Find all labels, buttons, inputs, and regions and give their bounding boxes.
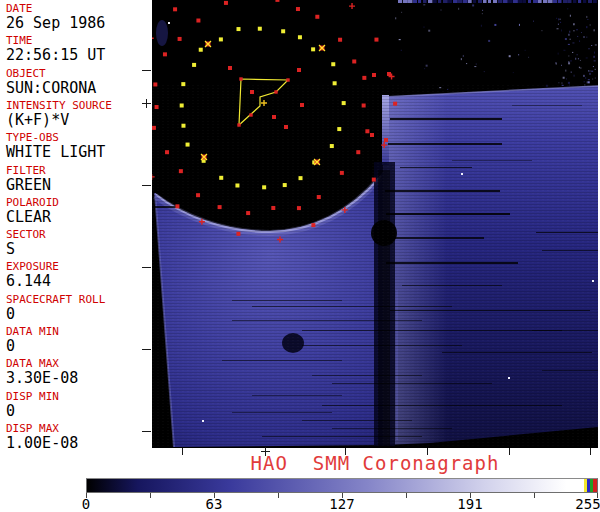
speckle [576, 29, 578, 30]
top-edge-noise [533, 0, 538, 3]
field-label: SPACECRAFT ROLL [6, 294, 150, 306]
inner-yellow-ring-dot [331, 62, 335, 66]
speckle [588, 81, 590, 83]
speckle [423, 4, 425, 5]
speckle [474, 66, 476, 67]
speckle [494, 24, 496, 26]
field-value: (K+F)*V [6, 112, 150, 129]
field-value: SUN:CORONA [6, 80, 150, 97]
middle-red-ring-dot [340, 171, 344, 175]
streak-line [232, 320, 422, 321]
field-value: GREEN [6, 177, 150, 194]
field-label: OBJECT [6, 68, 150, 80]
inner-yellow-ring-dot [330, 144, 334, 148]
top-edge-noise [478, 0, 482, 3]
outer-red-ring-dot [173, 7, 177, 11]
middle-red-ring-dot [246, 211, 250, 215]
field-label: FILTER [6, 165, 150, 177]
speckle [568, 34, 569, 36]
field-value: 1.00E-08 [6, 435, 150, 452]
streak-line [386, 213, 510, 215]
speckle [570, 39, 571, 40]
coronagraph-image [152, 0, 598, 448]
bright-point [168, 22, 170, 24]
field-disp-max: DISP MAX1.00E-08 [6, 423, 150, 452]
top-edge-noise [578, 0, 581, 3]
middle-red-ring-dot [196, 19, 200, 23]
bright-point [202, 420, 204, 422]
field-time: TIME22:56:15 UT [6, 35, 150, 64]
speckle [509, 55, 511, 57]
speckle [573, 23, 574, 25]
inner-yellow-ring-dot [262, 185, 266, 189]
middle-red-ring-dot [352, 59, 356, 63]
top-edge-noise [458, 0, 463, 3]
speckle [568, 82, 570, 84]
speckle [577, 54, 578, 55]
speckle [567, 8, 568, 9]
inner-yellow-ring-dot [333, 81, 337, 85]
colorbar-tick-label: 255 [575, 497, 600, 512]
inner-yellow-ring-dot [342, 101, 346, 105]
colorbar-tick [534, 493, 535, 498]
middle-red-ring-dot [163, 52, 167, 56]
speckle [569, 31, 570, 33]
top-edge-noise [493, 0, 497, 3]
field-object: OBJECTSUN:CORONA [6, 68, 150, 97]
field-exposure: EXPOSURE6.144 [6, 261, 150, 290]
top-edge-noise [588, 0, 592, 3]
speckle [561, 82, 562, 84]
top-edge-noise [448, 0, 452, 3]
field-value: 6.144 [6, 273, 150, 290]
streak-line [302, 330, 562, 331]
streak-line [386, 262, 518, 264]
streak-line [388, 143, 502, 145]
speckle [589, 48, 590, 49]
speckle [561, 65, 562, 66]
streak-line [400, 167, 472, 168]
colorbar-tick-label: 191 [457, 497, 482, 512]
streak-line [322, 405, 562, 406]
colorbar-plot-stripe [593, 479, 597, 492]
inner-yellow-ring-dot [298, 35, 302, 39]
outer-red-ring-cross [152, 35, 154, 41]
speckle [592, 79, 593, 80]
speckle [595, 69, 596, 70]
top-edge-noise [453, 0, 458, 3]
streak-line [442, 352, 592, 353]
scatter-dot [384, 138, 388, 142]
outer-red-ring-dot [372, 178, 376, 182]
speckle [556, 18, 557, 19]
polygon-vertex-dot [286, 78, 289, 81]
top-edge-noise [413, 0, 417, 3]
speckle [426, 65, 428, 67]
field-disp-min: DISP MIN0 [6, 391, 150, 420]
speckle [558, 18, 559, 20]
speckle [472, 4, 474, 6]
top-edge-noise [543, 0, 547, 3]
streak-line [252, 306, 452, 307]
speckle [481, 25, 482, 27]
outer-red-ring-dot [374, 38, 378, 42]
speckle [565, 38, 567, 40]
inner-yellow-ring-dot [235, 183, 239, 187]
speckle [519, 24, 520, 26]
colorbar-tick [278, 493, 279, 498]
middle-red-ring-dot [315, 15, 319, 19]
speckle [528, 57, 529, 58]
top-edge-noise [563, 0, 568, 3]
top-edge-noise [483, 0, 487, 3]
inner-yellow-ring-dot [199, 48, 203, 52]
streak-line [252, 395, 342, 396]
speckle [595, 44, 597, 45]
speckle [561, 29, 562, 31]
middle-red-ring-dot [296, 7, 300, 11]
colorbar [86, 478, 598, 493]
colorbar-tick [406, 493, 407, 498]
inner-yellow-ring-dot [192, 63, 196, 67]
speckle [428, 30, 430, 32]
scanline-texture [152, 85, 598, 448]
speckle [484, 71, 485, 72]
speckle [581, 32, 582, 33]
inner-yellow-ring-dot [219, 37, 223, 41]
